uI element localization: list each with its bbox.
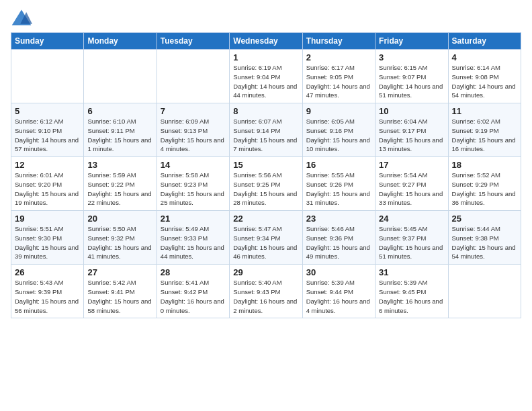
day-info: Sunrise: 5:51 AMSunset: 9:30 PMDaylight:…	[15, 224, 80, 261]
day-info: Sunrise: 5:41 AMSunset: 9:42 PMDaylight:…	[161, 278, 226, 315]
calendar-cell: 29Sunrise: 5:40 AMSunset: 9:43 PMDayligh…	[230, 265, 302, 318]
week-row-1: 1Sunrise: 6:19 AMSunset: 9:04 PMDaylight…	[11, 50, 521, 103]
calendar-cell	[448, 265, 521, 318]
logo	[11, 8, 35, 27]
day-number: 14	[161, 160, 226, 170]
day-number: 17	[379, 160, 444, 170]
day-info: Sunrise: 5:43 AMSunset: 9:39 PMDaylight:…	[15, 278, 80, 315]
day-number: 22	[233, 214, 298, 224]
day-number: 24	[379, 214, 444, 224]
day-number: 7	[161, 106, 226, 116]
day-number: 11	[452, 106, 517, 116]
day-info: Sunrise: 5:50 AMSunset: 9:32 PMDaylight:…	[87, 224, 152, 261]
day-info: Sunrise: 6:05 AMSunset: 9:16 PMDaylight:…	[306, 117, 371, 154]
day-number: 20	[87, 214, 152, 224]
calendar-cell: 27Sunrise: 5:42 AMSunset: 9:41 PMDayligh…	[84, 265, 157, 318]
day-info: Sunrise: 6:09 AMSunset: 9:13 PMDaylight:…	[161, 117, 226, 154]
weekday-header-tuesday: Tuesday	[157, 33, 229, 50]
day-info: Sunrise: 6:14 AMSunset: 9:08 PMDaylight:…	[452, 63, 517, 100]
calendar-cell: 28Sunrise: 5:41 AMSunset: 9:42 PMDayligh…	[157, 265, 229, 318]
week-row-4: 19Sunrise: 5:51 AMSunset: 9:30 PMDayligh…	[11, 211, 521, 265]
day-number: 18	[452, 160, 517, 170]
day-info: Sunrise: 5:59 AMSunset: 9:22 PMDaylight:…	[87, 171, 152, 208]
day-number: 10	[379, 106, 444, 116]
day-number: 19	[15, 214, 80, 224]
weekday-header-saturday: Saturday	[448, 33, 521, 50]
calendar-cell: 1Sunrise: 6:19 AMSunset: 9:04 PMDaylight…	[230, 50, 302, 103]
calendar-cell: 21Sunrise: 5:49 AMSunset: 9:33 PMDayligh…	[157, 211, 229, 265]
day-number: 2	[306, 52, 371, 62]
day-info: Sunrise: 6:17 AMSunset: 9:05 PMDaylight:…	[306, 63, 371, 100]
logo-icon	[11, 8, 32, 27]
calendar-cell: 13Sunrise: 5:59 AMSunset: 9:22 PMDayligh…	[84, 157, 157, 211]
day-number: 30	[306, 267, 371, 277]
calendar-cell: 14Sunrise: 5:58 AMSunset: 9:23 PMDayligh…	[157, 157, 229, 211]
calendar-cell: 15Sunrise: 5:56 AMSunset: 9:25 PMDayligh…	[230, 157, 302, 211]
day-info: Sunrise: 6:10 AMSunset: 9:11 PMDaylight:…	[87, 117, 152, 154]
header	[11, 8, 521, 27]
day-info: Sunrise: 5:56 AMSunset: 9:25 PMDaylight:…	[233, 171, 298, 208]
calendar-cell: 30Sunrise: 5:39 AMSunset: 9:44 PMDayligh…	[302, 265, 375, 318]
day-info: Sunrise: 6:07 AMSunset: 9:14 PMDaylight:…	[233, 117, 298, 154]
day-number: 12	[15, 160, 80, 170]
calendar-cell: 24Sunrise: 5:45 AMSunset: 9:37 PMDayligh…	[375, 211, 448, 265]
calendar-cell: 23Sunrise: 5:46 AMSunset: 9:36 PMDayligh…	[302, 211, 375, 265]
calendar-cell: 7Sunrise: 6:09 AMSunset: 9:13 PMDaylight…	[157, 103, 229, 157]
calendar-cell	[84, 50, 157, 103]
day-number: 8	[233, 106, 298, 116]
calendar-cell: 12Sunrise: 6:01 AMSunset: 9:20 PMDayligh…	[11, 157, 84, 211]
day-info: Sunrise: 5:47 AMSunset: 9:34 PMDaylight:…	[233, 224, 298, 261]
calendar-cell: 10Sunrise: 6:04 AMSunset: 9:17 PMDayligh…	[375, 103, 448, 157]
weekday-header-sunday: Sunday	[11, 33, 84, 50]
calendar-cell: 8Sunrise: 6:07 AMSunset: 9:14 PMDaylight…	[230, 103, 302, 157]
day-info: Sunrise: 6:15 AMSunset: 9:07 PMDaylight:…	[379, 63, 444, 100]
day-info: Sunrise: 5:49 AMSunset: 9:33 PMDaylight:…	[161, 224, 226, 261]
day-number: 6	[87, 106, 152, 116]
calendar-cell	[11, 50, 84, 103]
day-number: 25	[452, 214, 517, 224]
day-number: 29	[233, 267, 298, 277]
calendar-cell: 5Sunrise: 6:12 AMSunset: 9:10 PMDaylight…	[11, 103, 84, 157]
calendar-cell: 25Sunrise: 5:44 AMSunset: 9:38 PMDayligh…	[448, 211, 521, 265]
day-number: 3	[379, 52, 444, 62]
weekday-header-friday: Friday	[375, 33, 448, 50]
day-number: 16	[306, 160, 371, 170]
calendar-cell: 22Sunrise: 5:47 AMSunset: 9:34 PMDayligh…	[230, 211, 302, 265]
page: SundayMondayTuesdayWednesdayThursdayFrid…	[0, 0, 532, 411]
day-info: Sunrise: 6:02 AMSunset: 9:19 PMDaylight:…	[452, 117, 517, 154]
calendar-cell	[157, 50, 229, 103]
calendar-cell: 2Sunrise: 6:17 AMSunset: 9:05 PMDaylight…	[302, 50, 375, 103]
calendar-cell: 17Sunrise: 5:54 AMSunset: 9:27 PMDayligh…	[375, 157, 448, 211]
day-number: 28	[161, 267, 226, 277]
day-number: 27	[87, 267, 152, 277]
day-number: 5	[15, 106, 80, 116]
calendar-cell: 3Sunrise: 6:15 AMSunset: 9:07 PMDaylight…	[375, 50, 448, 103]
calendar-cell: 9Sunrise: 6:05 AMSunset: 9:16 PMDaylight…	[302, 103, 375, 157]
day-info: Sunrise: 6:19 AMSunset: 9:04 PMDaylight:…	[233, 63, 298, 100]
week-row-2: 5Sunrise: 6:12 AMSunset: 9:10 PMDaylight…	[11, 103, 521, 157]
day-info: Sunrise: 5:46 AMSunset: 9:36 PMDaylight:…	[306, 224, 371, 261]
calendar-cell: 31Sunrise: 5:39 AMSunset: 9:45 PMDayligh…	[375, 265, 448, 318]
day-info: Sunrise: 5:58 AMSunset: 9:23 PMDaylight:…	[161, 171, 226, 208]
day-info: Sunrise: 5:39 AMSunset: 9:44 PMDaylight:…	[306, 278, 371, 315]
day-info: Sunrise: 6:04 AMSunset: 9:17 PMDaylight:…	[379, 117, 444, 154]
day-number: 9	[306, 106, 371, 116]
day-number: 26	[15, 267, 80, 277]
day-info: Sunrise: 5:44 AMSunset: 9:38 PMDaylight:…	[452, 224, 517, 261]
day-number: 31	[379, 267, 444, 277]
weekday-header-thursday: Thursday	[302, 33, 375, 50]
day-number: 23	[306, 214, 371, 224]
day-info: Sunrise: 5:54 AMSunset: 9:27 PMDaylight:…	[379, 171, 444, 208]
weekday-header-monday: Monday	[84, 33, 157, 50]
calendar-cell: 11Sunrise: 6:02 AMSunset: 9:19 PMDayligh…	[448, 103, 521, 157]
day-info: Sunrise: 5:40 AMSunset: 9:43 PMDaylight:…	[233, 278, 298, 315]
day-info: Sunrise: 6:12 AMSunset: 9:10 PMDaylight:…	[15, 117, 80, 154]
calendar-cell: 4Sunrise: 6:14 AMSunset: 9:08 PMDaylight…	[448, 50, 521, 103]
day-info: Sunrise: 5:55 AMSunset: 9:26 PMDaylight:…	[306, 171, 371, 208]
day-number: 1	[233, 52, 298, 62]
calendar-cell: 6Sunrise: 6:10 AMSunset: 9:11 PMDaylight…	[84, 103, 157, 157]
calendar-cell: 19Sunrise: 5:51 AMSunset: 9:30 PMDayligh…	[11, 211, 84, 265]
day-info: Sunrise: 5:42 AMSunset: 9:41 PMDaylight:…	[87, 278, 152, 315]
calendar-cell: 20Sunrise: 5:50 AMSunset: 9:32 PMDayligh…	[84, 211, 157, 265]
day-info: Sunrise: 5:45 AMSunset: 9:37 PMDaylight:…	[379, 224, 444, 261]
